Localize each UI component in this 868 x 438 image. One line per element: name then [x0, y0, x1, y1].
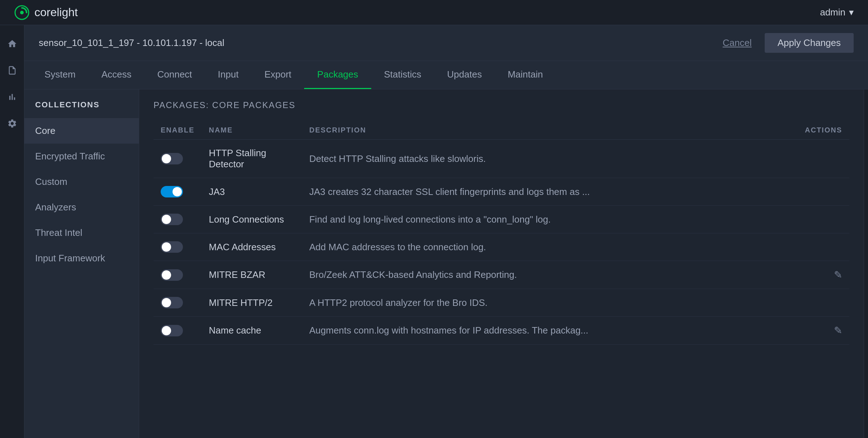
- package-description-1: JA3 creates 32 character SSL client fing…: [302, 178, 798, 206]
- user-dropdown-icon: ▾: [849, 7, 854, 18]
- table-row: MITRE BZARBro/Zeek ATT&CK-based Analytic…: [154, 261, 849, 289]
- sensor-title: sensor_10_101_1_197 - 10.101.1.197 - loc…: [39, 37, 225, 48]
- package-name-4: MITRE BZAR: [202, 261, 302, 289]
- packages-title: PACKAGES: CORE PACKAGES: [154, 100, 849, 110]
- collection-item-input-framework[interactable]: Input Framework: [24, 246, 139, 271]
- toggle-cell-4: [154, 261, 202, 289]
- toggle-cell-1: [154, 178, 202, 206]
- package-description-4: Bro/Zeek ATT&CK-based Analytics and Repo…: [302, 261, 798, 289]
- package-description-0: Detect HTTP Stalling attacks like slowlo…: [302, 140, 798, 178]
- package-name-3: MAC Addresses: [202, 233, 302, 261]
- tab-connect[interactable]: Connect: [145, 61, 205, 89]
- brand-logo-icon: [14, 5, 29, 20]
- package-description-3: Add MAC addresses to the connection log.: [302, 233, 798, 261]
- tab-bar: System Access Connect Input Export Packa…: [24, 61, 868, 89]
- package-name-6: Name cache: [202, 317, 302, 345]
- package-toggle-1[interactable]: [161, 186, 194, 197]
- package-actions-4: ✎: [798, 261, 849, 289]
- sidebar-icon-files[interactable]: [4, 62, 20, 78]
- tab-input[interactable]: Input: [205, 61, 251, 89]
- sidebar-icon-home[interactable]: [4, 36, 20, 52]
- top-nav: corelight admin ▾: [0, 0, 868, 25]
- tab-packages[interactable]: Packages: [304, 61, 371, 89]
- app-layout: sensor_10_101_1_197 - 10.101.1.197 - loc…: [0, 25, 868, 438]
- package-toggle-2[interactable]: [161, 214, 194, 225]
- brand-name: corelight: [34, 6, 78, 19]
- package-actions-1: [798, 178, 849, 206]
- tab-export[interactable]: Export: [251, 61, 304, 89]
- tab-system[interactable]: System: [32, 61, 89, 89]
- col-header-enable: ENABLE: [154, 121, 202, 140]
- package-toggle-0[interactable]: [161, 153, 194, 164]
- toggle-cell-5: [154, 289, 202, 317]
- collection-item-threat-intel[interactable]: Threat Intel: [24, 220, 139, 246]
- sidebar-icons: [0, 25, 24, 438]
- table-row: JA3JA3 creates 32 character SSL client f…: [154, 178, 849, 206]
- collections-sidebar: COLLECTIONS Core Encrypted Traffic Custo…: [24, 89, 139, 438]
- collection-item-core[interactable]: Core: [24, 118, 139, 144]
- package-actions-2: [798, 206, 849, 233]
- brand: corelight: [14, 5, 78, 20]
- package-actions-6: ✎: [798, 317, 849, 345]
- toggle-cell-2: [154, 206, 202, 233]
- user-menu[interactable]: admin ▾: [820, 7, 854, 18]
- tab-statistics[interactable]: Statistics: [371, 61, 434, 89]
- col-header-description: DESCRIPTION: [302, 121, 798, 140]
- toggle-cell-3: [154, 233, 202, 261]
- tab-updates[interactable]: Updates: [434, 61, 495, 89]
- sidebar-icon-settings[interactable]: [4, 116, 20, 131]
- table-row: Name cacheAugments conn.log with hostnam…: [154, 317, 849, 345]
- package-name-1: JA3: [202, 178, 302, 206]
- col-header-actions: ACTIONS: [798, 121, 849, 140]
- toggle-cell-0: [154, 140, 202, 178]
- cancel-button[interactable]: Cancel: [716, 33, 759, 53]
- content-area: COLLECTIONS Core Encrypted Traffic Custo…: [24, 89, 868, 438]
- scrollbar-track: [864, 89, 868, 438]
- col-header-name: NAME: [202, 121, 302, 140]
- packages-panel: PACKAGES: CORE PACKAGES ENABLE NAME DESC…: [139, 89, 864, 438]
- tab-maintain[interactable]: Maintain: [495, 61, 556, 89]
- collections-label: COLLECTIONS: [24, 100, 139, 118]
- user-name: admin: [820, 7, 845, 18]
- collection-item-encrypted-traffic[interactable]: Encrypted Traffic: [24, 144, 139, 169]
- package-name-2: Long Connections: [202, 206, 302, 233]
- package-actions-3: [798, 233, 849, 261]
- table-row: HTTP Stalling DetectorDetect HTTP Stalli…: [154, 140, 849, 178]
- package-toggle-6[interactable]: [161, 325, 194, 336]
- table-row: MAC AddressesAdd MAC addresses to the co…: [154, 233, 849, 261]
- tab-access[interactable]: Access: [89, 61, 145, 89]
- table-row: Long ConnectionsFind and log long-lived …: [154, 206, 849, 233]
- package-actions-0: [798, 140, 849, 178]
- svg-point-1: [20, 11, 24, 14]
- edit-button-6[interactable]: ✎: [834, 325, 842, 336]
- package-actions-5: [798, 289, 849, 317]
- table-header-row: ENABLE NAME DESCRIPTION ACTIONS: [154, 121, 849, 140]
- packages-table: ENABLE NAME DESCRIPTION ACTIONS HTTP Sta…: [154, 121, 849, 345]
- apply-changes-button[interactable]: Apply Changes: [765, 33, 854, 53]
- package-name-5: MITRE HTTP/2: [202, 289, 302, 317]
- header-bar: sensor_10_101_1_197 - 10.101.1.197 - loc…: [24, 25, 868, 61]
- package-toggle-3[interactable]: [161, 241, 194, 253]
- collection-item-custom[interactable]: Custom: [24, 169, 139, 195]
- edit-button-4[interactable]: ✎: [834, 269, 842, 280]
- package-description-2: Find and log long-lived connections into…: [302, 206, 798, 233]
- main-content: sensor_10_101_1_197 - 10.101.1.197 - loc…: [24, 25, 868, 438]
- package-toggle-4[interactable]: [161, 269, 194, 281]
- package-toggle-5[interactable]: [161, 297, 194, 308]
- package-description-5: A HTTP2 protocol analyzer for the Bro ID…: [302, 289, 798, 317]
- collection-item-analyzers[interactable]: Analyzers: [24, 195, 139, 220]
- package-description-6: Augments conn.log with hostnames for IP …: [302, 317, 798, 345]
- header-actions: Cancel Apply Changes: [716, 33, 854, 53]
- table-row: MITRE HTTP/2A HTTP2 protocol analyzer fo…: [154, 289, 849, 317]
- sidebar-icon-chart[interactable]: [4, 89, 20, 105]
- toggle-cell-6: [154, 317, 202, 345]
- package-name-0: HTTP Stalling Detector: [202, 140, 302, 178]
